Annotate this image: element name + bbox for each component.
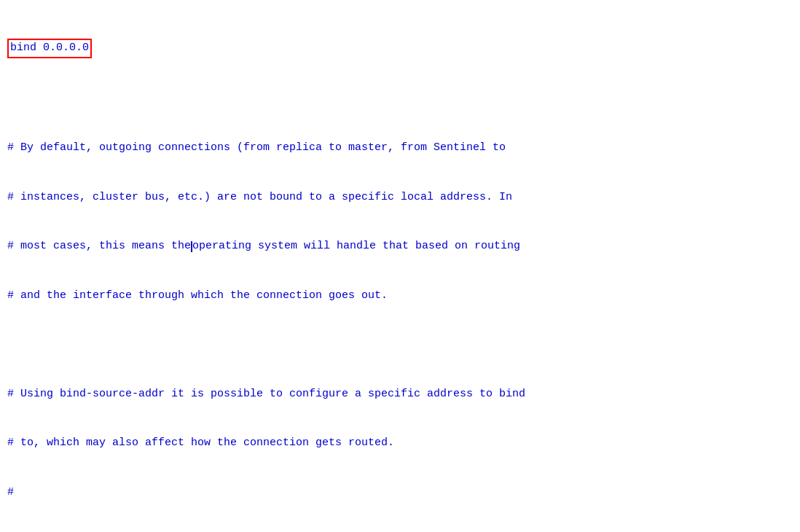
comment6: # to, which may also affect how the conn… xyxy=(7,435,793,452)
cursor-before: # most cases, this means the xyxy=(7,240,191,252)
comment2: # instances, cluster bus, etc.) are not … xyxy=(7,189,793,206)
comment5: # Using bind-source-addr it is possible … xyxy=(7,386,793,403)
comment4: # and the interface through which the co… xyxy=(7,288,793,305)
blank1 xyxy=(7,91,793,108)
comment1: # By default, outgoing connections (from… xyxy=(7,140,793,157)
blank3: # xyxy=(7,485,793,501)
bind-line: bind 0.0.0.0 xyxy=(7,39,793,58)
blank2 xyxy=(7,337,793,353)
comment3-cursor: # most cases, this means theoperating sy… xyxy=(7,238,793,255)
code-editor: bind 0.0.0.0 # By default, outgoing conn… xyxy=(7,6,793,532)
cursor-after: operating system will handle that based … xyxy=(192,240,520,252)
